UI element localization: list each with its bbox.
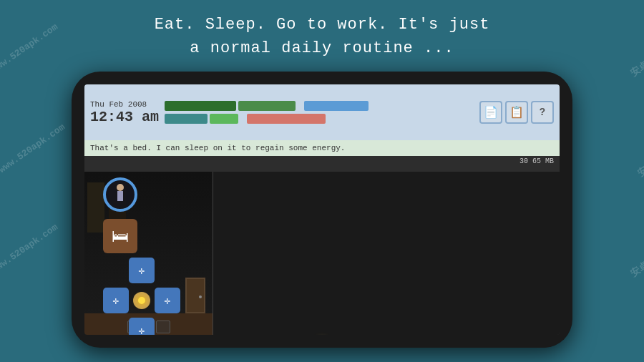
bed-button[interactable]: 🛏 [103, 219, 137, 253]
bar-row-1 [165, 101, 474, 111]
stats-label: 30 65 MB [519, 157, 554, 165]
watermark-2: www.520apk.com [0, 122, 67, 175]
bar-health [165, 101, 236, 111]
bar-health2 [238, 101, 296, 111]
header-line1: Eat. Sleep. Go to work. It's just [0, 13, 644, 36]
watermark-5: 安卓乐园 [635, 148, 644, 180]
phone-screen: Thu Feb 2008 12:43 am [84, 84, 560, 335]
watermark-6: 安卓乐园 [628, 248, 644, 280]
hud-datetime: Thu Feb 2008 12:43 am [90, 100, 159, 125]
arrow-middle-row: ✛ ✛ [103, 288, 180, 313]
watermark-3: www.520apk.com [0, 222, 60, 275]
bar-green2 [210, 114, 238, 124]
ui-overlay: 🛏 ✛ ✛ ✛ [97, 172, 186, 335]
arrow-left-icon: ✛ [113, 295, 119, 307]
bar-row-2 [165, 114, 474, 124]
hud-time: 12:43 am [90, 109, 159, 125]
bar-mood [247, 114, 326, 124]
hud-status-bars [165, 98, 474, 127]
notes-button[interactable]: 📄 [479, 101, 502, 124]
header-text: Eat. Sleep. Go to work. It's just a norm… [0, 13, 644, 60]
help-button[interactable]: ? [531, 101, 554, 124]
door-left [185, 278, 205, 313]
bed-icon: 🛏 [112, 226, 129, 247]
bar-teal [165, 114, 208, 124]
lamp-indicator [133, 292, 150, 309]
clipboard-icon: 📋 [509, 105, 524, 119]
message-bar: That's a bed. I can sleep on it to regai… [84, 140, 560, 156]
arrow-up-icon: ✛ [139, 265, 145, 277]
hud-bar: Thu Feb 2008 12:43 am [84, 84, 560, 140]
arrow-down-row: ✛ [103, 318, 180, 335]
lamp-light [138, 297, 145, 304]
char-head-indicator [117, 184, 124, 191]
phone-frame: Thu Feb 2008 12:43 am [72, 72, 572, 348]
hud-date: Thu Feb 2008 [90, 100, 159, 109]
header-line2: a normal daily routine ... [0, 36, 644, 60]
character-indicator [103, 177, 137, 212]
clipboard-button[interactable]: 📋 [505, 101, 528, 124]
arrow-down-button[interactable]: ✛ [129, 318, 155, 335]
arrow-up-row: ✛ [103, 258, 180, 283]
char-indicator-inner [113, 184, 127, 205]
notes-icon: 📄 [484, 105, 498, 119]
arrow-right-icon: ✛ [165, 295, 170, 307]
arrow-down-icon: ✛ [139, 325, 145, 336]
hud-action-buttons: 📄 📋 ? [479, 101, 554, 124]
char-body-indicator [117, 191, 123, 201]
arrow-left-button[interactable]: ✛ [103, 288, 129, 313]
message-text: That's a bed. I can sleep on it to regai… [90, 144, 345, 152]
arrow-up-button[interactable]: ✛ [129, 258, 155, 283]
help-icon: ? [540, 107, 545, 118]
arrow-right-button[interactable]: ✛ [155, 288, 180, 313]
bar-energy [304, 101, 369, 111]
